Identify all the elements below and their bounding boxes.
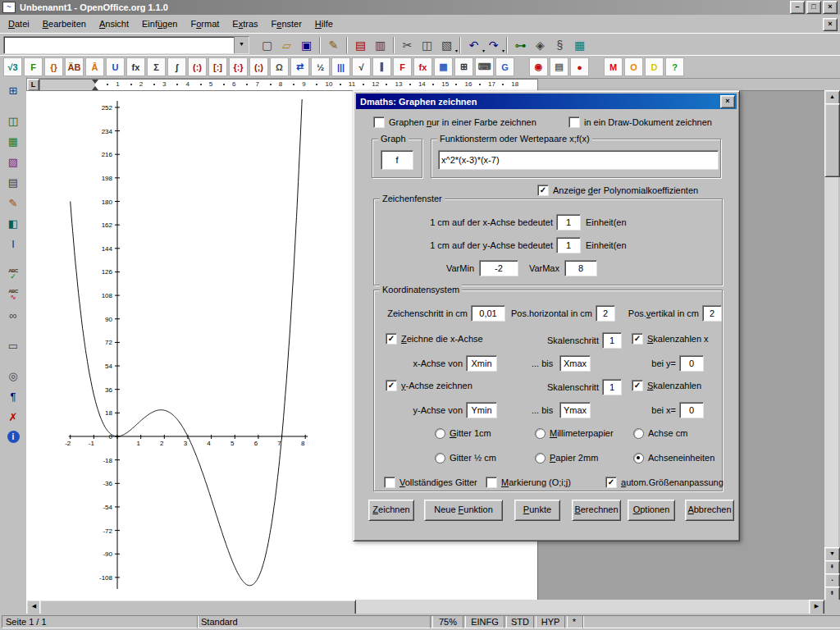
- status-insert-mode[interactable]: EINFG: [463, 615, 507, 628]
- navigator-icon[interactable]: ◈: [531, 35, 550, 54]
- dmaths-table-icon[interactable]: ▦: [434, 57, 453, 76]
- varmax-input[interactable]: 8: [564, 260, 597, 276]
- checkbox-box[interactable]: [384, 477, 395, 488]
- edit-file-icon[interactable]: ✎: [324, 35, 343, 54]
- punkte-button[interactable]: Punkte: [514, 500, 560, 521]
- dmaths-braces-icon[interactable]: {}: [44, 57, 63, 76]
- checkbox-polynomial-coefficients[interactable]: ✓ Anzeige der Polynomialkoeffizienten: [537, 185, 698, 196]
- x-from-input[interactable]: Xmin: [466, 355, 497, 372]
- horizontal-scrollbar[interactable]: ◀ ▶: [26, 600, 824, 614]
- radio-achse-cm[interactable]: Achse cm: [633, 427, 687, 439]
- y-skalenschritt-input[interactable]: 1: [602, 379, 622, 395]
- dmaths-root-icon[interactable]: √: [352, 57, 371, 76]
- text-cursor-icon[interactable]: I: [3, 234, 23, 253]
- status-hyperlink-mode[interactable]: HYP: [533, 615, 568, 628]
- dmaths-underline-icon[interactable]: U: [106, 57, 125, 76]
- autospellcheck-icon[interactable]: ABC∿: [3, 285, 23, 304]
- copy-icon[interactable]: ◫: [418, 35, 436, 54]
- zoom-icon[interactable]: ◎: [3, 366, 23, 386]
- checkbox-box[interactable]: [568, 116, 580, 128]
- checkbox-box[interactable]: ✓: [537, 185, 549, 196]
- radio-millimeterpapier[interactable]: Millimeterpapier: [535, 427, 614, 439]
- maximize-button[interactable]: □: [806, 1, 821, 14]
- dmaths-arrows-icon[interactable]: ⇄: [290, 57, 309, 76]
- insert-graphics-icon[interactable]: ▦: [3, 131, 23, 151]
- print-icon[interactable]: ▥: [371, 35, 390, 54]
- dmaths-pair-icon[interactable]: (;): [249, 57, 268, 76]
- horizontal-ruler[interactable]: 123456789101112131415161718: [39, 79, 538, 91]
- dmaths-integral-icon[interactable]: ∫: [167, 57, 186, 76]
- checkbox-box[interactable]: ✓: [632, 380, 643, 391]
- document-close-button[interactable]: ×: [823, 18, 838, 31]
- dmaths-brace-icon[interactable]: {:}: [229, 57, 248, 76]
- insert-frame-icon[interactable]: ◫: [3, 111, 23, 130]
- close-button[interactable]: ×: [823, 1, 838, 14]
- title-bar[interactable]: ~ Unbenannt1 - OpenOffice.org 1.1.0 – □ …: [0, 0, 840, 15]
- spellcheck-icon[interactable]: ABC✓: [3, 264, 23, 284]
- menu-ansicht[interactable]: Ansicht: [93, 15, 135, 33]
- direct-cursor-icon[interactable]: ✗: [3, 407, 23, 427]
- dmaths-parallel-icon[interactable]: ∥: [372, 57, 391, 76]
- menu-hilfe[interactable]: Hilfe: [308, 15, 340, 33]
- dropdown-arrow-icon[interactable]: ▾: [455, 48, 458, 53]
- dmaths-paren-icon[interactable]: (:): [188, 57, 207, 76]
- radio-circle[interactable]: [633, 428, 644, 439]
- vertical-scroll-thumb[interactable]: [824, 103, 840, 177]
- graph-object[interactable]: -2-1123456782522342161981801621441261089…: [59, 99, 354, 600]
- checkbox-box[interactable]: [486, 477, 497, 488]
- checkbox-autogroesse[interactable]: ✓ autom.Größenanpassung: [605, 477, 724, 488]
- dmaths-sum-icon[interactable]: Σ: [147, 57, 166, 76]
- status-selection-mode[interactable]: STD: [504, 615, 536, 628]
- open-icon[interactable]: ▱: [277, 35, 296, 54]
- radio-circle[interactable]: [535, 453, 546, 463]
- checkbox-draw-x-axis[interactable]: ✓ Zeichne die x-Achse: [386, 333, 483, 345]
- x-to-input[interactable]: Xmax: [559, 355, 591, 372]
- varmin-input[interactable]: -2: [479, 260, 518, 276]
- graph-name-input[interactable]: f: [381, 150, 413, 170]
- dmaths-grid-icon[interactable]: ⊞: [454, 57, 473, 76]
- neue-funktion-button[interactable]: Neue Funktion: [424, 500, 503, 521]
- menu-extras[interactable]: Extras: [226, 15, 264, 33]
- pos-horizontal-input[interactable]: 2: [596, 305, 615, 322]
- dmaths-fx-icon[interactable]: fx: [126, 57, 145, 76]
- dmaths-web-icon[interactable]: ●: [570, 57, 589, 76]
- dmaths-google-icon[interactable]: G: [495, 57, 514, 76]
- dmaths-d-icon[interactable]: D: [645, 57, 664, 76]
- url-combobox[interactable]: ▼: [3, 36, 249, 54]
- dialog-close-button[interactable]: ×: [720, 95, 735, 108]
- checkbox-box[interactable]: ✓: [386, 333, 397, 345]
- checkbox-skalenzahlen-x[interactable]: ✓ Skalenzahlen x: [632, 333, 709, 345]
- dmaths-keyboard-icon[interactable]: ⌨: [475, 57, 494, 76]
- stylist-icon[interactable]: §: [550, 35, 569, 54]
- dmaths-help-icon[interactable]: ?: [665, 57, 684, 76]
- find-replace-icon[interactable]: ∞: [3, 305, 23, 325]
- dmaths-text-icon[interactable]: ÄB: [65, 57, 84, 76]
- dmaths-fraction-icon[interactable]: ½: [311, 57, 330, 76]
- radio-circle[interactable]: [435, 453, 445, 463]
- checkbox-box[interactable]: ✓: [386, 380, 397, 391]
- function-term-input[interactable]: x^2*(x-3)*(x-7): [438, 150, 719, 170]
- dmaths-sqrt3-icon[interactable]: √3: [3, 57, 22, 76]
- menu-einfgen[interactable]: Einfügen: [135, 15, 184, 33]
- radio-papier-2mm[interactable]: Papier 2mm: [535, 452, 598, 463]
- radio-circle[interactable]: [435, 428, 445, 439]
- new-document-icon[interactable]: ▢: [258, 35, 276, 54]
- dmaths-m-icon[interactable]: M: [604, 57, 623, 76]
- checkbox-draw-y-axis[interactable]: ✓ y-Achse zeichnen: [386, 380, 472, 391]
- checkbox-box[interactable]: [373, 116, 385, 128]
- x-skalenschritt-input[interactable]: 1: [602, 332, 622, 349]
- save-icon[interactable]: ▣: [297, 35, 316, 54]
- indent-marker-top[interactable]: [92, 80, 98, 84]
- radio-gitter-1cm[interactable]: Gitter 1cm: [435, 427, 491, 439]
- berechnen-button[interactable]: Berechnen: [572, 500, 621, 521]
- optionen-button[interactable]: Optionen: [628, 500, 675, 521]
- y-at-input[interactable]: 0: [679, 402, 704, 418]
- status-page-style[interactable]: Standard: [197, 615, 433, 628]
- vertical-scrollbar[interactable]: ▲ ▼ ⇞ • ⇟: [824, 90, 838, 600]
- dmaths-o-icon[interactable]: O: [624, 57, 643, 76]
- undo-icon[interactable]: ↶▾: [464, 35, 483, 54]
- y-from-input[interactable]: Ymin: [466, 402, 497, 418]
- dmaths-f-red-icon[interactable]: F: [393, 57, 412, 76]
- menu-fenster[interactable]: Fenster: [265, 15, 308, 33]
- gallery-icon[interactable]: ▦: [570, 35, 589, 54]
